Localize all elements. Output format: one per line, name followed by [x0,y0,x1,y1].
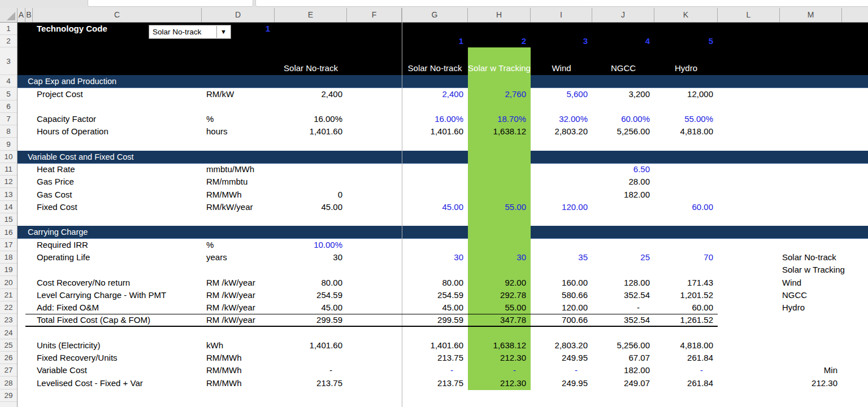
cell-I18[interactable]: 35 [531,251,592,264]
row-header-22[interactable]: 22 [0,301,17,314]
cell-C27[interactable]: Variable Cost [33,364,202,377]
cell-G22[interactable]: 45.00 [402,301,468,314]
cell-D27[interactable]: RM/MWh [202,364,275,377]
cell-E14[interactable]: 45.00 [275,201,347,213]
cell-G14[interactable]: 45.00 [402,201,468,213]
cell-H3[interactable]: Solar w Tracking [468,47,531,75]
cell-C25[interactable]: Units (Electricity) [33,339,202,352]
column-header-I[interactable]: I [531,8,592,22]
cell-J13[interactable]: 182.00 [592,188,654,201]
cell-I26[interactable]: 249.95 [531,352,592,364]
row-header-26[interactable]: 26 [0,352,17,364]
column-header-D[interactable]: D [202,8,275,22]
row-header-16[interactable]: 16 [0,226,17,239]
row-header-12[interactable]: 12 [0,176,17,188]
row-header-21[interactable]: 21 [0,289,17,301]
cell-D5[interactable]: RM/kW [202,87,275,100]
row-header-18[interactable]: 18 [0,251,17,264]
row-header-6[interactable]: 6 [0,100,17,113]
cell-K14[interactable]: 60.00 [654,201,718,213]
cell-H23[interactable]: 347.78 [468,314,531,326]
cell-H14[interactable]: 55.00 [468,201,531,213]
row-header-2[interactable]: 2 [0,35,17,47]
cell-J23[interactable]: 352.54 [592,314,654,326]
cell-H26[interactable]: 212.30 [468,352,531,364]
cell-G27[interactable]: - [402,364,468,377]
cell-J5[interactable]: 3,200 [592,87,654,100]
column-header-J[interactable]: J [592,8,654,22]
cell-G3[interactable]: Solar No-track [402,47,468,75]
cell-G5[interactable]: 2,400 [402,87,468,100]
cell-E23[interactable]: 299.59 [275,314,347,326]
cell-M18[interactable]: Solar No-track [780,251,842,264]
cell-D20[interactable]: RM /kW/year [202,276,275,289]
cell-D7[interactable]: % [202,113,275,125]
cell-C26[interactable]: Fixed Recovery/Units [33,352,202,364]
technology-dropdown[interactable]: Solar No-track ▼ [149,25,231,39]
cell-C21[interactable]: Level Carrying Charge - With PMT [33,289,202,301]
cell-E21[interactable]: 254.59 [275,289,347,301]
cell-E7[interactable]: 16.00% [275,113,347,125]
cell-K26[interactable]: 261.84 [654,352,718,364]
cell-H7[interactable]: 18.70% [468,113,531,125]
cell-H22[interactable]: 55.00 [468,301,531,314]
dropdown-arrow-button[interactable]: ▼ [216,26,230,38]
cell-M28[interactable]: 212.30 [780,377,842,390]
cell-J7[interactable]: 60.00% [592,113,654,125]
column-header-H[interactable]: H [468,8,531,22]
cell-K23[interactable]: 1,261.52 [654,314,718,326]
row-header-11[interactable]: 11 [0,163,17,176]
cell-I23[interactable]: 700.66 [531,314,592,326]
cell-G28[interactable]: 213.75 [402,377,468,390]
cell-C7[interactable]: Capacity Factor [33,113,202,125]
cell-H20[interactable]: 92.00 [468,276,531,289]
row-header-20[interactable]: 20 [0,276,17,289]
cell-D17[interactable]: % [202,239,275,251]
cell-C13[interactable]: Gas Cost [33,188,202,201]
cell-K22[interactable]: 60.00 [654,301,718,314]
row-header-13[interactable]: 13 [0,188,17,201]
cell-C28[interactable]: Levelised Cost - Fixed + Var [33,377,202,390]
row-header-10[interactable]: 10 [0,151,17,163]
cell-G25[interactable]: 1,401.60 [402,339,468,352]
cell-I22[interactable]: 120.00 [531,301,592,314]
cell-D14[interactable]: RM/kW/year [202,201,275,213]
cell-C20[interactable]: Cost Recovery/No return [33,276,202,289]
cell-J12[interactable]: 28.00 [592,176,654,188]
cell-M22[interactable]: Hydro [780,301,842,314]
row-header-17[interactable]: 17 [0,239,17,251]
cell-C14[interactable]: Fixed Cost [33,201,202,213]
cell-K2[interactable]: 5 [654,35,718,47]
row-header-5[interactable]: 5 [0,87,17,100]
row-header-14[interactable]: 14 [0,201,17,213]
row-header-28[interactable]: 28 [0,377,17,390]
column-header-B[interactable]: B [25,8,33,22]
cell-G20[interactable]: 80.00 [402,276,468,289]
cell-G21[interactable]: 254.59 [402,289,468,301]
cell-I21[interactable]: 580.66 [531,289,592,301]
cell-E22[interactable]: 45.00 [275,301,347,314]
cell-J28[interactable]: 249.07 [592,377,654,390]
cell-D23[interactable]: RM /kW/year [202,314,275,326]
row-header-19[interactable]: 19 [0,264,17,276]
cell-C17[interactable]: Required IRR [33,239,202,251]
cell-G18[interactable]: 30 [402,251,468,264]
cell-I25[interactable]: 2,803.20 [531,339,592,352]
cell-C8[interactable]: Hours of Operation [33,125,202,138]
cell-I28[interactable]: 249.95 [531,377,592,390]
cell-K18[interactable]: 70 [654,251,718,264]
cell-D8[interactable]: hours [202,125,275,138]
column-header-L[interactable]: L [718,8,780,22]
row-header-25[interactable]: 25 [0,339,17,352]
cell-J18[interactable]: 25 [592,251,654,264]
row-header-27[interactable]: 27 [0,364,17,377]
cell-E3[interactable]: Solar No-track [275,47,347,75]
cell-G23[interactable]: 299.59 [402,314,468,326]
cell-K28[interactable]: 261.84 [654,377,718,390]
cell-D25[interactable]: kWh [202,339,275,352]
row-header-8[interactable]: 8 [0,125,17,138]
cell-C18[interactable]: Operating Life [33,251,202,264]
row-header-3[interactable]: 3 [0,47,17,75]
cell-I3[interactable]: Wind [531,47,592,75]
cell-I2[interactable]: 3 [531,35,592,47]
